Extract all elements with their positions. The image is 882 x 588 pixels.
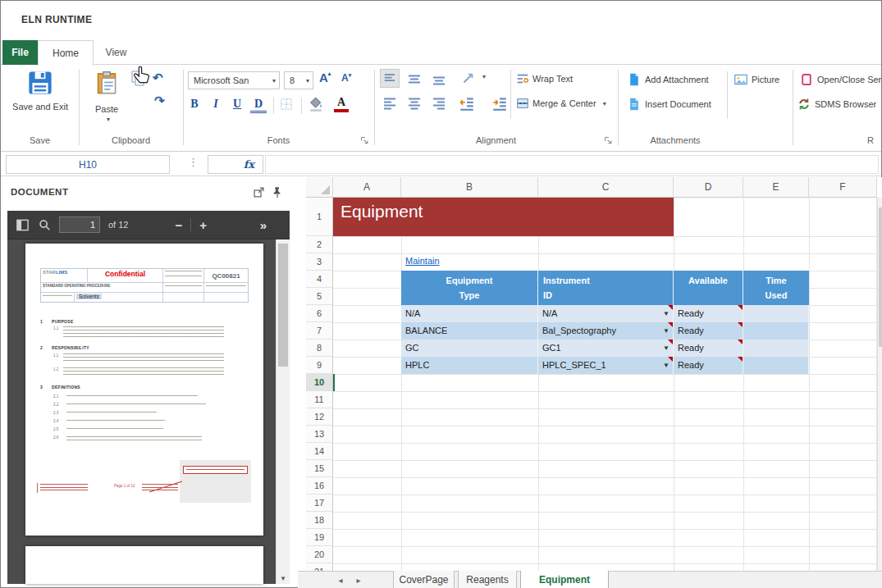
- cell-instrument-id[interactable]: GC1▼: [538, 340, 674, 357]
- grow-font-button[interactable]: A▴: [319, 71, 331, 84]
- formula-input[interactable]: [265, 155, 879, 174]
- sheet-scrollbar-thumb[interactable]: [879, 207, 882, 347]
- insert-function-button[interactable]: fx: [208, 155, 263, 174]
- cell-available[interactable]: Ready: [674, 322, 743, 340]
- alignment-dialog-launcher[interactable]: [603, 135, 613, 145]
- add-attachment-button[interactable]: Add Attachment: [628, 73, 709, 86]
- sheet-nav-left-icon[interactable]: ◂: [334, 572, 347, 588]
- row-header[interactable]: 7: [306, 322, 333, 340]
- row-header[interactable]: 5: [306, 288, 333, 305]
- row-header[interactable]: 11: [306, 391, 333, 408]
- row-header[interactable]: 6: [306, 305, 333, 322]
- row-header[interactable]: 1: [306, 198, 333, 236]
- redo-button[interactable]: ↷: [154, 94, 165, 107]
- name-box[interactable]: H10: [6, 155, 170, 174]
- page-number-input[interactable]: 1: [59, 217, 100, 233]
- equipment-banner-cell[interactable]: Equipment: [333, 198, 674, 236]
- cell-equipment-type[interactable]: HPLC: [401, 357, 538, 374]
- cell-equipment-type[interactable]: N/A: [401, 305, 538, 322]
- header-equipment-type[interactable]: EquipmentType: [401, 271, 538, 305]
- row-header[interactable]: 18: [306, 512, 333, 529]
- cell-time-used[interactable]: [743, 305, 809, 322]
- pin-icon[interactable]: [271, 186, 283, 198]
- font-name-select[interactable]: Microsoft San▾: [188, 71, 280, 89]
- decrease-indent-button[interactable]: [459, 95, 475, 112]
- row-header[interactable]: 9: [306, 357, 333, 374]
- row-header[interactable]: 17: [306, 495, 333, 512]
- align-bottom-button[interactable]: [429, 69, 449, 88]
- sheet-tab-equipment[interactable]: Equipment: [520, 571, 609, 588]
- sheet-scrollbar[interactable]: [877, 198, 882, 571]
- borders-icon[interactable]: [280, 98, 293, 111]
- pdf-scrollbar[interactable]: ▾: [276, 239, 290, 584]
- row-header[interactable]: 3: [306, 253, 333, 271]
- merge-center-button[interactable]: Merge & Center ▾: [516, 97, 606, 110]
- column-header-b[interactable]: B: [401, 177, 538, 198]
- cell-instrument-id[interactable]: Bal_Spectography▼: [538, 322, 674, 340]
- cell-instrument-id[interactable]: N/A▼: [538, 305, 674, 322]
- column-header-a[interactable]: A: [333, 177, 401, 198]
- align-middle-button[interactable]: [404, 69, 424, 88]
- tab-view[interactable]: View: [94, 40, 139, 65]
- column-header-d[interactable]: D: [674, 177, 743, 198]
- bold-button[interactable]: B: [186, 98, 203, 111]
- align-right-button[interactable]: [429, 93, 449, 112]
- row-header[interactable]: 14: [306, 443, 333, 460]
- tab-file[interactable]: File: [2, 40, 38, 65]
- sheet-tab-coverpage[interactable]: CoverPage: [393, 571, 455, 588]
- insert-document-button[interactable]: Insert Document: [628, 98, 711, 111]
- zoom-in-button[interactable]: +: [199, 218, 207, 232]
- cell-instrument-id[interactable]: HPLC_SPEC_1▼: [538, 357, 674, 374]
- pdf-scroll-down-icon[interactable]: ▾: [276, 574, 290, 582]
- cell-available[interactable]: Ready: [674, 305, 743, 322]
- zoom-out-button[interactable]: −: [176, 218, 183, 232]
- align-left-button[interactable]: [380, 93, 400, 112]
- undo-button[interactable]: ↶: [153, 71, 163, 84]
- maintain-link[interactable]: Maintain: [405, 256, 440, 266]
- more-tools-button[interactable]: »: [260, 218, 267, 232]
- cell-time-used[interactable]: [743, 357, 809, 374]
- cell-available[interactable]: Ready: [674, 357, 743, 374]
- font-size-select[interactable]: 8▾: [284, 71, 313, 89]
- row-header[interactable]: 19: [306, 529, 333, 546]
- cell-time-used[interactable]: [743, 322, 809, 340]
- fonts-dialog-launcher[interactable]: [359, 135, 369, 145]
- picture-button[interactable]: Picture: [734, 73, 779, 86]
- pdf-scrollbar-thumb[interactable]: [278, 244, 288, 367]
- row-header[interactable]: 2: [306, 236, 333, 253]
- wrap-text-button[interactable]: Wrap Text: [516, 72, 573, 85]
- shrink-font-button[interactable]: A▾: [341, 72, 351, 84]
- italic-button[interactable]: I: [208, 98, 224, 111]
- row-header[interactable]: 13: [306, 426, 333, 443]
- row-header[interactable]: 20: [306, 546, 333, 563]
- fill-color-icon[interactable]: [308, 96, 324, 112]
- cell-time-used[interactable]: [743, 340, 809, 357]
- double-underline-button[interactable]: D: [250, 98, 267, 113]
- sheet-nav-right-icon[interactable]: ▸: [352, 572, 365, 588]
- open-close-series-button[interactable]: Open/Close Seri: [800, 73, 882, 86]
- row-header[interactable]: 8: [306, 340, 333, 357]
- column-header-f[interactable]: F: [809, 177, 877, 198]
- name-box-splitter[interactable]: ⋮: [188, 156, 199, 168]
- cell-equipment-type[interactable]: BALANCE: [401, 322, 538, 340]
- align-top-button[interactable]: [380, 69, 400, 88]
- row-header[interactable]: 12: [306, 408, 333, 426]
- sdms-browser-button[interactable]: SDMS Browser: [797, 98, 876, 111]
- row-header[interactable]: 4: [306, 271, 333, 288]
- cell-equipment-type[interactable]: GC: [401, 340, 538, 357]
- row-header[interactable]: 16: [306, 477, 333, 495]
- paste-dropdown-caret[interactable]: ▾: [103, 116, 110, 123]
- align-center-button[interactable]: [404, 93, 424, 112]
- pdf-search-icon[interactable]: [38, 218, 51, 231]
- underline-button[interactable]: U: [229, 98, 245, 111]
- increase-indent-button[interactable]: [491, 95, 508, 112]
- row-header[interactable]: 15: [306, 460, 333, 477]
- header-instrument-id[interactable]: InstrumentID: [538, 271, 674, 305]
- orientation-button[interactable]: [460, 70, 477, 86]
- column-header-c[interactable]: C: [538, 177, 674, 198]
- header-time-used[interactable]: TimeUsed: [743, 271, 809, 305]
- font-color-button[interactable]: A: [334, 96, 349, 112]
- header-available[interactable]: Available: [674, 271, 743, 305]
- open-external-icon[interactable]: [253, 186, 265, 198]
- sheet-tab-reagents[interactable]: Reagents: [458, 571, 517, 588]
